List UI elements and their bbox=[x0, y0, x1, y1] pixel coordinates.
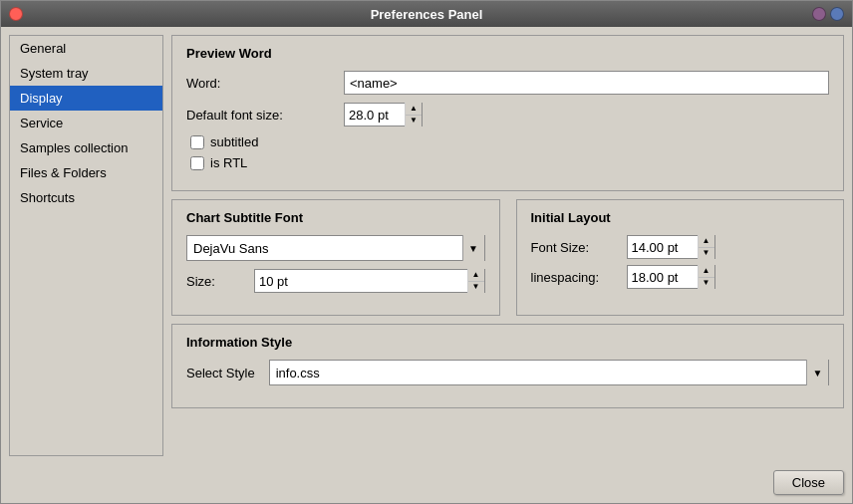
il-linespacing-btns: ▲ ▼ bbox=[698, 265, 714, 289]
il-font-size-down-btn[interactable]: ▼ bbox=[699, 247, 714, 260]
il-font-size-up-btn[interactable]: ▲ bbox=[699, 235, 714, 247]
chart-size-up-btn[interactable]: ▲ bbox=[468, 269, 484, 281]
style-select-box[interactable]: info.css ▼ bbox=[269, 360, 829, 385]
is-rtl-row: is RTL bbox=[190, 155, 829, 170]
sidebar-item-display[interactable]: Display bbox=[10, 86, 162, 111]
il-linespacing-up-btn[interactable]: ▲ bbox=[699, 265, 714, 277]
font-select-value: DejaVu Sans bbox=[187, 239, 462, 258]
il-font-size-label: Font Size: bbox=[531, 240, 621, 255]
is-rtl-checkbox[interactable] bbox=[190, 156, 204, 170]
window-close-btn[interactable] bbox=[9, 7, 23, 21]
style-select-dropdown-btn[interactable]: ▼ bbox=[806, 360, 828, 385]
titlebar: Preferences Panel bbox=[1, 1, 852, 27]
il-font-size-row: Font Size: ▲ ▼ bbox=[531, 235, 830, 259]
chart-size-row: Size: ▲ ▼ bbox=[186, 269, 485, 293]
chart-subtitle-title: Chart Subtitle Font bbox=[186, 210, 485, 225]
il-font-size-spinbox: ▲ ▼ bbox=[627, 235, 715, 259]
il-linespacing-row: linespacing: ▲ ▼ bbox=[531, 265, 830, 289]
preview-word-title: Preview Word bbox=[186, 46, 829, 61]
il-linespacing-label: linespacing: bbox=[531, 270, 621, 285]
chart-size-spinbox-btns: ▲ ▼ bbox=[467, 269, 484, 293]
chart-subtitle-section: Chart Subtitle Font DejaVu Sans ▼ Size: … bbox=[171, 199, 500, 316]
font-size-spinbox: ▲ ▼ bbox=[344, 103, 423, 126]
chart-size-input[interactable] bbox=[255, 270, 467, 292]
font-size-down-btn[interactable]: ▼ bbox=[406, 115, 422, 127]
footer: Close bbox=[1, 464, 852, 503]
word-input[interactable] bbox=[344, 71, 829, 95]
titlebar-controls bbox=[9, 7, 23, 21]
select-style-label: Select Style bbox=[186, 366, 255, 380]
titlebar-right-controls bbox=[812, 7, 844, 21]
sidebar-item-service[interactable]: Service bbox=[10, 111, 162, 135]
is-rtl-label: is RTL bbox=[210, 155, 247, 170]
il-linespacing-input[interactable] bbox=[628, 266, 698, 288]
right-column: Initial Layout Font Size: ▲ ▼ bbox=[516, 199, 845, 316]
il-font-size-input[interactable] bbox=[628, 236, 698, 258]
content-area: General System tray Display Service Samp… bbox=[1, 27, 852, 464]
window-help-btn[interactable] bbox=[830, 7, 844, 21]
font-size-input[interactable] bbox=[345, 104, 405, 126]
font-size-row: Default font size: ▲ ▼ bbox=[186, 103, 829, 126]
il-linespacing-spinbox: ▲ ▼ bbox=[627, 265, 715, 289]
window-btn-1[interactable] bbox=[812, 7, 826, 21]
main-panel: Preview Word Word: Default font size: ▲ … bbox=[171, 35, 844, 456]
preview-word-section: Preview Word Word: Default font size: ▲ … bbox=[171, 35, 844, 191]
font-size-label: Default font size: bbox=[186, 108, 336, 123]
information-style-section: Information Style Select Style info.css … bbox=[171, 324, 844, 408]
subtitled-checkbox[interactable] bbox=[190, 135, 204, 149]
window-title: Preferences Panel bbox=[371, 7, 483, 22]
two-column-section: Chart Subtitle Font DejaVu Sans ▼ Size: … bbox=[171, 199, 844, 316]
subtitled-row: subtitled bbox=[190, 134, 829, 149]
close-button[interactable]: Close bbox=[773, 470, 844, 495]
il-linespacing-down-btn[interactable]: ▼ bbox=[699, 277, 714, 290]
sidebar-item-samples-collection[interactable]: Samples collection bbox=[10, 135, 162, 160]
chart-size-spinbox: ▲ ▼ bbox=[254, 269, 485, 293]
sidebar-item-shortcuts[interactable]: Shortcuts bbox=[10, 185, 162, 210]
word-label: Word: bbox=[186, 76, 336, 91]
initial-layout-section: Initial Layout Font Size: ▲ ▼ bbox=[516, 199, 845, 316]
subtitled-label: subtitled bbox=[210, 134, 258, 149]
style-select-row: Select Style info.css ▼ bbox=[186, 360, 829, 385]
font-select-box[interactable]: DejaVu Sans ▼ bbox=[186, 235, 485, 261]
sidebar-item-system-tray[interactable]: System tray bbox=[10, 61, 162, 86]
font-size-spinbox-btns: ▲ ▼ bbox=[405, 103, 422, 126]
chart-size-down-btn[interactable]: ▼ bbox=[468, 281, 484, 294]
sidebar-item-general[interactable]: General bbox=[10, 36, 162, 61]
information-style-title: Information Style bbox=[186, 335, 829, 350]
style-select-value: info.css bbox=[270, 364, 806, 382]
font-select-dropdown-btn[interactable]: ▼ bbox=[462, 235, 484, 261]
word-row: Word: bbox=[186, 71, 829, 95]
preferences-window: Preferences Panel General System tray Di… bbox=[0, 0, 853, 504]
initial-layout-title: Initial Layout bbox=[531, 210, 830, 225]
chart-size-label: Size: bbox=[186, 274, 246, 289]
il-font-size-btns: ▲ ▼ bbox=[698, 235, 714, 259]
sidebar: General System tray Display Service Samp… bbox=[9, 35, 163, 456]
left-column: Chart Subtitle Font DejaVu Sans ▼ Size: … bbox=[171, 199, 500, 316]
font-size-up-btn[interactable]: ▲ bbox=[406, 103, 422, 115]
sidebar-item-files-folders[interactable]: Files & Folders bbox=[10, 160, 162, 185]
